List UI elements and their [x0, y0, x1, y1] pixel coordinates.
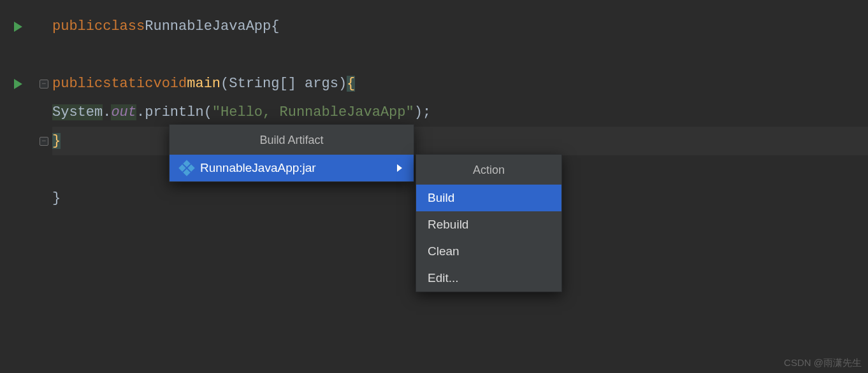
method-name: main — [187, 76, 221, 92]
method-call: println( — [145, 104, 212, 120]
artifact-icon — [178, 160, 194, 176]
keyword: public — [52, 18, 103, 34]
keyword: void — [153, 76, 187, 92]
menu-label: Edit... — [428, 271, 459, 285]
keyword: static — [103, 76, 153, 92]
signature: (String[] args) — [221, 76, 347, 92]
string-literal: "Hello, RunnableJavaApp" — [212, 104, 414, 120]
code-editor[interactable]: public class RunnableJavaApp { public st… — [52, 0, 868, 373]
menu-label: Clean — [428, 244, 459, 258]
watermark: CSDN @雨潇先生 — [784, 357, 862, 369]
static-field: out — [111, 104, 136, 120]
keyword: public — [52, 76, 103, 92]
dot: . — [103, 104, 111, 120]
fold-expand-icon[interactable]: − — [40, 137, 48, 146]
gutter — [0, 0, 36, 373]
dot: . — [136, 104, 145, 120]
action-edit[interactable]: Edit... — [416, 265, 561, 292]
class-ref: System — [52, 104, 103, 120]
brace-open: { — [347, 76, 355, 92]
run-class-icon[interactable] — [14, 22, 22, 32]
artifact-menu-item[interactable]: RunnableJavaApp:jar — [170, 155, 414, 181]
action-rebuild[interactable]: Rebuild — [416, 211, 561, 238]
run-main-icon[interactable] — [14, 79, 22, 89]
class-name: RunnableJavaApp — [145, 18, 271, 34]
submenu-title: Action — [416, 155, 561, 185]
keyword: class — [103, 18, 145, 34]
fold-collapse-icon[interactable]: − — [40, 80, 48, 88]
action-clean[interactable]: Clean — [416, 238, 561, 265]
brace-close: } — [52, 133, 61, 149]
artifact-label: RunnableJavaApp:jar — [200, 161, 316, 175]
brace-close: } — [52, 190, 61, 206]
close: ); — [414, 104, 431, 120]
menu-label: Rebuild — [428, 218, 468, 232]
chevron-right-icon — [397, 164, 402, 172]
action-submenu: Action Build Rebuild Clean Edit... — [416, 154, 562, 292]
fold-column: − − — [36, 0, 52, 373]
brace: { — [271, 18, 279, 34]
